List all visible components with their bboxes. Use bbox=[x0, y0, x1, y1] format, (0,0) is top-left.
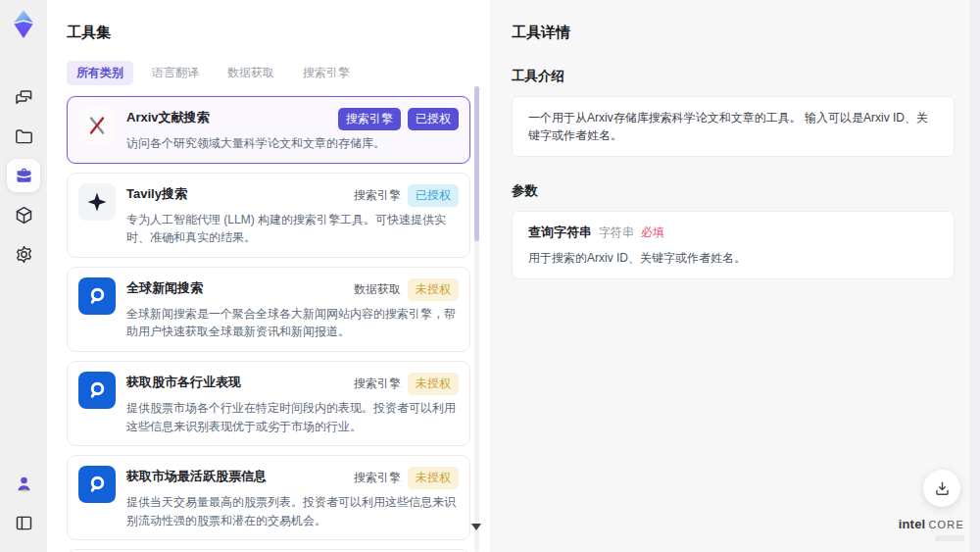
tool-auth-badge: 未授权 bbox=[408, 278, 459, 301]
nav-bottom-icons bbox=[7, 464, 40, 542]
tool-card[interactable]: Tavily搜索 搜索引擎 已授权 专为人工智能代理 (LLM) 构建的搜索引擎… bbox=[67, 173, 470, 258]
page-title: 工具集 bbox=[67, 24, 466, 42]
nav-icon-list bbox=[7, 75, 40, 276]
tool-card[interactable]: 全球新闻搜索 数据获取 未授权 全球新闻搜索是一个聚合全球各大新闻网站内容的搜索… bbox=[67, 267, 470, 352]
category-tab-3[interactable]: 搜索引擎 bbox=[293, 61, 360, 85]
brand-primary: intel bbox=[899, 517, 926, 531]
tool-category-badge: 数据获取 bbox=[354, 281, 401, 298]
intro-section-title: 工具介绍 bbox=[512, 68, 955, 85]
tool-description: 专为人工智能代理 (LLM) 构建的搜索引擎工具。可快速提供实时、准确和真实的结… bbox=[126, 211, 459, 247]
parameter-required-badge: 必填 bbox=[641, 225, 664, 241]
tool-card[interactable]: 获取股市各行业表现 搜索引擎 未授权 提供股票市场各个行业在特定时间段内的表现。… bbox=[67, 361, 470, 446]
brand-subtext-faded bbox=[935, 535, 964, 541]
category-tabs: 所有类别语言翻译数据获取搜索引擎 bbox=[67, 61, 466, 85]
app-window: 工具集 所有类别语言翻译数据获取搜索引擎 Arxiv文献搜索 搜索引擎 已授权 … bbox=[0, 0, 980, 552]
params-section-title: 参数 bbox=[512, 182, 955, 200]
tool-detail-panel: 工具详情 工具介绍 一个用于从Arxiv存储库搜索科学论文和文章的工具。 输入可… bbox=[490, 0, 980, 552]
sidebar-folder-icon[interactable] bbox=[7, 120, 40, 153]
tool-intro-card: 一个用于从Arxiv存储库搜索科学论文和文章的工具。 输入可以是Arxiv ID… bbox=[512, 96, 955, 157]
sidebar-cube-icon[interactable] bbox=[7, 198, 40, 231]
parameter-description: 用于搜索的Arxiv ID、关键字或作者姓名。 bbox=[528, 250, 938, 267]
sidebar-user-icon[interactable] bbox=[7, 467, 40, 500]
tool-category-badge: 搜索引擎 bbox=[354, 376, 401, 392]
scroll-down-indicator[interactable] bbox=[471, 524, 481, 530]
tool-title: 全球新闻搜索 bbox=[126, 277, 203, 297]
tool-intro-text: 一个用于从Arxiv存储库搜索科学论文和文章的工具。 输入可以是Arxiv ID… bbox=[528, 109, 938, 144]
sidebar-chat-icon[interactable] bbox=[7, 80, 40, 114]
parameter-type: 字符串 bbox=[599, 225, 634, 241]
tool-auth-badge: 未授权 bbox=[408, 467, 459, 489]
sidebar-settings-icon[interactable] bbox=[7, 237, 40, 271]
detail-scrollbar-track[interactable] bbox=[970, 0, 980, 552]
tool-title: Arxiv文献搜索 bbox=[126, 107, 210, 126]
detail-title: 工具详情 bbox=[512, 24, 955, 42]
tool-auth-badge: 已授权 bbox=[408, 108, 459, 130]
bluesearch-icon bbox=[78, 372, 116, 409]
tool-category-badge: 搜索引擎 bbox=[354, 187, 401, 204]
tool-title: Tavily搜索 bbox=[126, 183, 187, 203]
tool-list-panel: 工具集 所有类别语言翻译数据获取搜索引擎 Arxiv文献搜索 搜索引擎 已授权 … bbox=[47, 0, 490, 552]
tool-description: 全球新闻搜索是一个聚合全球各大新闻网站内容的搜索引擎，帮助用户快速获取全球最新资… bbox=[126, 305, 459, 341]
bluesearch-icon bbox=[78, 466, 116, 503]
tool-category-badge: 搜索引擎 bbox=[338, 108, 401, 130]
list-scrollbar[interactable] bbox=[474, 86, 479, 552]
tool-card[interactable]: Arxiv文献搜索 搜索引擎 已授权 访问各个研究领域大量科学论文和文章的存储库… bbox=[67, 96, 470, 164]
parameter-name: 查询字符串 bbox=[528, 224, 592, 241]
category-tab-1[interactable]: 语言翻译 bbox=[142, 61, 209, 85]
brand-secondary: CORE bbox=[928, 519, 964, 530]
app-logo-gem-icon bbox=[9, 8, 38, 41]
tool-auth-badge: 未授权 bbox=[408, 373, 459, 395]
sidebar-panel-icon[interactable] bbox=[7, 506, 40, 539]
tool-description: 访问各个研究领域大量科学论文和文章的存储库。 bbox=[126, 134, 459, 153]
tool-title: 获取股市各行业表现 bbox=[126, 372, 241, 391]
download-button[interactable] bbox=[923, 470, 960, 507]
tool-auth-badge: 已授权 bbox=[408, 184, 459, 207]
category-tab-0[interactable]: 所有类别 bbox=[67, 61, 133, 85]
tool-description: 提供股票市场各个行业在特定时间段内的表现。投资者可以利用这些信息来识别表现优于或… bbox=[126, 399, 459, 435]
download-icon bbox=[933, 479, 952, 498]
tool-title: 获取市场最活跃股票信息 bbox=[126, 466, 267, 485]
nav-sidebar bbox=[0, 0, 47, 552]
intel-core-logo: intelCORE bbox=[899, 515, 964, 541]
list-scrollbar-thumb[interactable] bbox=[474, 86, 479, 241]
arxiv-icon bbox=[78, 107, 116, 144]
tool-card[interactable]: 获取市场最活跃股票信息 搜索引擎 未授权 提供当天交易量最高的股票列表。投资者可… bbox=[67, 455, 470, 540]
tool-list: Arxiv文献搜索 搜索引擎 已授权 访问各个研究领域大量科学论文和文章的存储库… bbox=[67, 96, 470, 552]
category-tab-2[interactable]: 数据获取 bbox=[218, 61, 284, 85]
parameter-card: 查询字符串 字符串 必填 用于搜索的Arxiv ID、关键字或作者姓名。 bbox=[512, 211, 955, 279]
sidebar-toolbox-icon[interactable] bbox=[7, 159, 40, 192]
tool-description: 提供当天交易量最高的股票列表。投资者可以利用这些信息来识别流动性强的股票和潜在的… bbox=[126, 493, 459, 529]
tavily-icon bbox=[78, 183, 116, 221]
tool-category-badge: 搜索引擎 bbox=[354, 470, 401, 486]
bluesearch-icon bbox=[78, 277, 116, 315]
parameter-header: 查询字符串 字符串 必填 bbox=[528, 224, 938, 241]
